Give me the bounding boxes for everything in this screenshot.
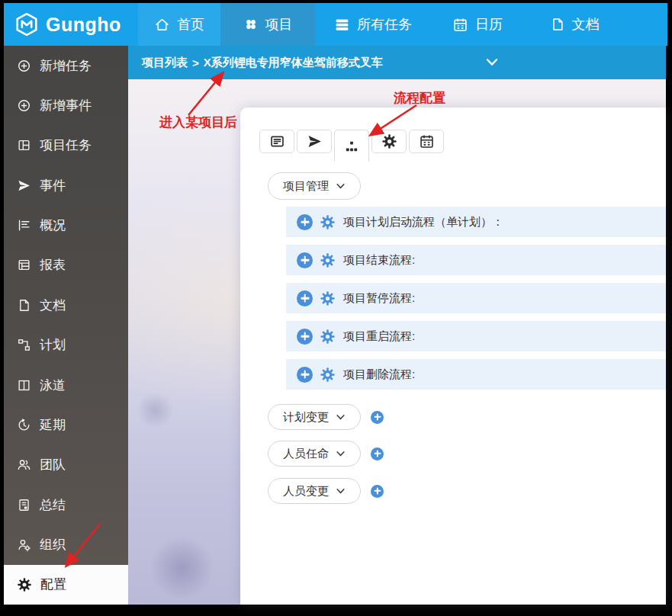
- sidebar-item-overview[interactable]: 概况: [4, 205, 128, 245]
- plan-icon: [17, 338, 31, 352]
- gear-icon[interactable]: [320, 214, 336, 230]
- sidebar-item-label: 新增事件: [40, 97, 92, 114]
- sidebar-item-project-tasks[interactable]: 项目任务: [4, 126, 128, 165]
- tab-calendar[interactable]: [409, 130, 444, 153]
- group-row-staff-change: 人员变更: [268, 478, 384, 504]
- sidebar-item-add-event[interactable]: 新增事件: [4, 85, 128, 125]
- topnav-item-home[interactable]: 首页: [138, 3, 220, 46]
- process-row: 项目结束流程:: [286, 245, 666, 275]
- kanban-icon: [17, 138, 31, 152]
- add-icon[interactable]: [297, 329, 313, 345]
- group-label: 项目管理: [283, 179, 329, 194]
- tab-events[interactable]: [297, 130, 332, 153]
- chevron-down-icon: [336, 450, 346, 458]
- group-staff-appointment[interactable]: 人员任命: [268, 441, 361, 467]
- add-icon[interactable]: [297, 214, 313, 230]
- process-row-label: 项目结束流程:: [343, 253, 415, 268]
- gear-icon: [381, 133, 397, 149]
- swimlane-icon: [17, 378, 31, 393]
- sidebar-item-label: 新增任务: [40, 57, 92, 75]
- sidebar-item-label: 事件: [40, 177, 66, 194]
- chevron-down-icon: [336, 413, 346, 422]
- add-icon[interactable]: [371, 448, 384, 460]
- team-icon: [17, 457, 31, 472]
- add-icon[interactable]: [297, 252, 313, 268]
- sidebar-item-label: 团队: [40, 456, 66, 473]
- report-icon: [17, 258, 31, 272]
- process-row: 项目暂停流程:: [286, 283, 666, 313]
- gear-icon[interactable]: [320, 329, 336, 345]
- home-icon: [154, 17, 170, 33]
- document-icon: [17, 298, 31, 313]
- topnav-label: 所有任务: [357, 15, 412, 34]
- tab-flow-config[interactable]: [334, 130, 369, 162]
- sidebar-item-label: 组织: [40, 536, 66, 553]
- tab-settings[interactable]: [371, 130, 407, 153]
- topnav-item-documents[interactable]: 文档: [524, 3, 625, 46]
- group-project-management[interactable]: 项目管理: [268, 172, 361, 200]
- annotation-enter-project: 进入某项目后: [159, 114, 237, 131]
- topnav-item-calendar[interactable]: 日历: [431, 3, 524, 46]
- tab-detail-list[interactable]: [259, 130, 294, 153]
- group-label: 计划变更: [283, 410, 329, 425]
- content-panel: 项目管理 项目计划启动流程（单计划）： 项目结束流程:: [240, 107, 666, 605]
- sidebar-item-label: 总结: [40, 496, 66, 514]
- sidebar-item-team[interactable]: 团队: [4, 445, 128, 485]
- chevron-down-icon: [336, 487, 346, 496]
- sidebar-item-delays[interactable]: 延期: [4, 405, 128, 444]
- topnav-label: 项目: [265, 15, 293, 34]
- group-plan-change[interactable]: 计划变更: [268, 404, 361, 430]
- process-row-list: 项目计划启动流程（单计划）： 项目结束流程: 项目暂停流程:: [286, 207, 666, 397]
- detail-list-icon: [269, 133, 285, 149]
- sidebar-item-organization[interactable]: 组织: [4, 525, 128, 564]
- sidebar: 新增任务 新增事件 项目任务 事件 概况: [4, 46, 128, 605]
- sidebar-item-documents[interactable]: 文档: [4, 285, 128, 325]
- plus-circle-outline-icon: [17, 98, 31, 113]
- gear-icon[interactable]: [320, 290, 336, 306]
- sidebar-item-summary[interactable]: 总结: [4, 485, 128, 525]
- paper-plane-icon: [17, 178, 31, 193]
- plus-circle-outline-icon: [17, 59, 31, 73]
- chevron-down-icon[interactable]: [485, 57, 499, 68]
- calendar-icon: [419, 133, 435, 149]
- gungho-logo-icon: [14, 12, 39, 37]
- sidebar-item-events[interactable]: 事件: [4, 165, 128, 205]
- breadcrumb-separator: >: [192, 56, 199, 69]
- sidebar-item-reports[interactable]: 报表: [4, 245, 128, 285]
- logo[interactable]: Gungho: [4, 3, 138, 46]
- sidebar-item-plans[interactable]: 计划: [4, 326, 128, 365]
- paper-plane-icon: [307, 133, 323, 149]
- sidebar-item-label: 文档: [40, 297, 66, 314]
- sidebar-item-swimlanes[interactable]: 泳道: [4, 365, 128, 405]
- add-icon[interactable]: [297, 290, 313, 306]
- add-icon[interactable]: [371, 485, 384, 498]
- group-staff-change[interactable]: 人员变更: [268, 478, 361, 504]
- group-row-plan-change: 计划变更: [268, 404, 384, 430]
- sidebar-item-label: 项目任务: [40, 136, 92, 154]
- sidebar-item-add-task[interactable]: 新增任务: [4, 46, 128, 85]
- sidebar-item-label: 报表: [40, 256, 66, 274]
- add-icon[interactable]: [297, 367, 313, 383]
- sidebar-item-configuration[interactable]: 配置: [4, 565, 128, 605]
- gear-icon[interactable]: [320, 367, 336, 383]
- calendar-icon: [452, 17, 468, 33]
- org-icon: [17, 537, 31, 552]
- annotation-flow-config: 流程配置: [394, 89, 445, 107]
- tab-bar: [259, 130, 444, 162]
- group-row-staff-appointment: 人员任命: [268, 441, 384, 467]
- process-row-label: 项目重启流程:: [343, 329, 415, 344]
- process-row-label: 项目计划启动流程（单计划）：: [343, 215, 503, 229]
- topnav-item-projects[interactable]: 项目: [220, 3, 315, 46]
- breadcrumb-root[interactable]: 项目列表: [142, 56, 188, 70]
- sitemap-icon: [344, 139, 359, 154]
- overview-icon: [17, 218, 31, 233]
- gear-icon[interactable]: [320, 252, 336, 268]
- add-icon[interactable]: [371, 411, 384, 424]
- topnav-item-all-tasks[interactable]: 所有任务: [315, 3, 431, 46]
- sidebar-item-label: 泳道: [40, 377, 66, 394]
- sidebar-item-label: 概况: [40, 217, 66, 234]
- logo-text: Gungho: [46, 14, 121, 36]
- breadcrumb: 项目列表 > X系列锂电专用窄体坐驾前移式叉车: [128, 46, 666, 79]
- app-window: Gungho 首页 项目: [0, 0, 672, 616]
- sidebar-item-label: 配置: [40, 576, 66, 593]
